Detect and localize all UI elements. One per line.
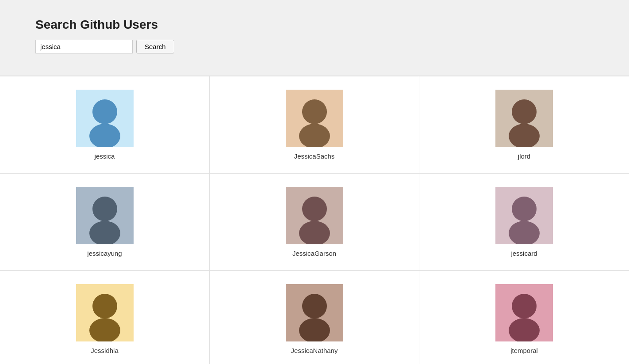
- svg-point-13: [302, 197, 327, 221]
- username-label: jessicard: [511, 250, 537, 257]
- avatar: [495, 284, 553, 341]
- avatar: [286, 284, 343, 341]
- user-card[interactable]: JessicaGarson: [210, 174, 419, 271]
- user-card[interactable]: JessicaNathany: [210, 271, 419, 364]
- avatar: [76, 187, 134, 244]
- avatar: [76, 90, 134, 147]
- avatar: [286, 90, 343, 147]
- user-card[interactable]: jessicard: [419, 174, 629, 271]
- user-card[interactable]: JessicaSachs: [210, 76, 419, 174]
- user-card[interactable]: jtemporal: [419, 271, 629, 364]
- search-input[interactable]: [35, 40, 133, 53]
- search-header: Search Github Users Search: [0, 0, 629, 76]
- username-label: jlord: [518, 152, 530, 160]
- svg-point-7: [512, 99, 537, 124]
- svg-point-16: [512, 197, 537, 221]
- user-card[interactable]: jlord: [419, 76, 629, 174]
- svg-point-4: [302, 99, 327, 124]
- avatar: [286, 187, 343, 244]
- svg-point-22: [302, 294, 327, 318]
- results-grid: jessicaJessicaSachsjlordjessicayungJessi…: [0, 76, 629, 364]
- username-label: Jessidhia: [91, 347, 119, 354]
- user-card[interactable]: jessica: [0, 76, 210, 174]
- user-card[interactable]: jessicayung: [0, 174, 210, 271]
- page-title: Search Github Users: [35, 18, 594, 32]
- avatar: [495, 90, 553, 147]
- svg-point-25: [512, 294, 537, 318]
- avatar: [76, 284, 134, 341]
- username-label: jtemporal: [510, 347, 538, 354]
- svg-point-10: [92, 197, 117, 221]
- search-button[interactable]: Search: [136, 40, 174, 53]
- username-label: JessicaSachs: [294, 152, 335, 160]
- svg-point-19: [92, 294, 117, 318]
- username-label: JessicaGarson: [292, 250, 336, 257]
- user-card[interactable]: Jessidhia: [0, 271, 210, 364]
- username-label: jessicayung: [87, 250, 122, 257]
- username-label: jessica: [95, 152, 115, 160]
- username-label: JessicaNathany: [291, 347, 338, 354]
- svg-point-1: [92, 99, 117, 124]
- search-row: Search: [35, 40, 594, 53]
- avatar: [495, 187, 553, 244]
